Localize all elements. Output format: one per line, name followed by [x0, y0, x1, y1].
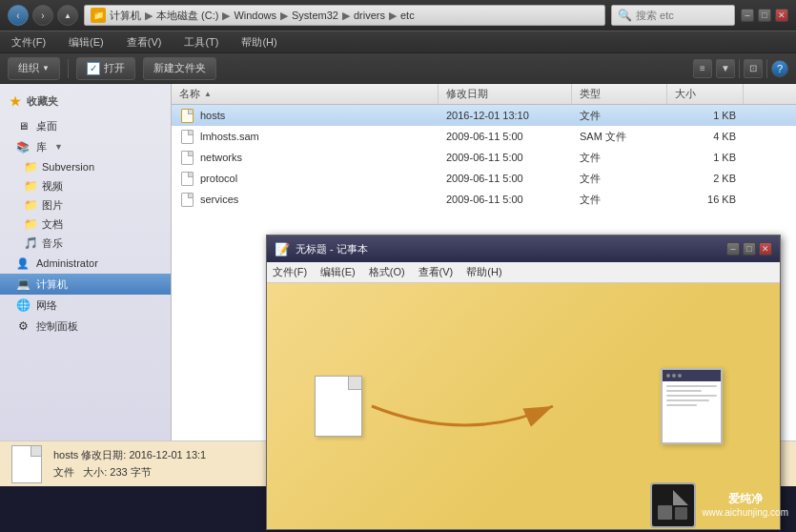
breadcrumb-drive[interactable]: 本地磁盘 (C:)	[156, 9, 218, 23]
sidebar-item-control-panel[interactable]: ⚙ 控制面板	[0, 316, 171, 337]
col-name-label: 名称	[179, 87, 200, 101]
breadcrumb-etc[interactable]: etc	[400, 10, 415, 21]
sidebar-item-administrator[interactable]: 👤 Administrator	[0, 253, 171, 274]
administrator-label: Administrator	[36, 257, 98, 269]
status-filename-line: hosts 修改日期: 2016-12-01 13:1	[53, 447, 206, 464]
col-header-date[interactable]: 修改日期	[439, 84, 572, 104]
user-icon: 👤	[15, 256, 31, 271]
breadcrumb-computer[interactable]: 计算机	[110, 9, 141, 23]
watermark: 爱纯净 www.aichunjing.com	[650, 482, 788, 528]
notepad-minimize-button[interactable]: –	[726, 242, 740, 256]
file-item-protocol[interactable]: protocol 2009-06-11 5:00 文件 2 KB	[172, 168, 796, 189]
breadcrumb[interactable]: 📁 计算机 ▶ 本地磁盘 (C:) ▶ Windows ▶ System32 ▶…	[84, 5, 605, 26]
open-label: 打开	[104, 61, 125, 75]
documents-icon: 📁	[23, 216, 38, 232]
forward-button[interactable]: ›	[32, 5, 53, 26]
search-box[interactable]: 🔍	[611, 5, 735, 26]
notepad-menu-file[interactable]: 文件(F)	[273, 265, 307, 279]
folder-icon: 📁	[91, 8, 106, 23]
breadcrumb-drivers[interactable]: drivers	[354, 10, 385, 21]
drag-arrow	[362, 368, 572, 444]
sidebar-item-pictures[interactable]: 📁 图片	[0, 195, 171, 215]
col-header-name[interactable]: 名称 ▲	[172, 84, 439, 104]
notepad-menu-format[interactable]: 格式(O)	[369, 265, 405, 279]
favorites-header: ★ 收藏夹	[0, 92, 171, 112]
watermark-brand: 爱纯净	[702, 491, 788, 507]
logo-icon	[656, 488, 690, 522]
view-dropdown-button[interactable]: ▼	[716, 59, 735, 78]
new-folder-button[interactable]: 新建文件夹	[143, 57, 216, 80]
sidebar-item-network[interactable]: 🌐 网络	[0, 295, 171, 316]
title-bar: ‹ › ▲ 📁 计算机 ▶ 本地磁盘 (C:) ▶ Windows ▶ Syst…	[0, 0, 796, 31]
search-icon: 🔍	[618, 9, 632, 22]
networks-name: networks	[200, 152, 242, 163]
watermark-text-block: 爱纯净 www.aichunjing.com	[702, 491, 788, 521]
networks-date: 2009-06-11 5:00	[446, 152, 523, 163]
preview-pane-button[interactable]: ⊡	[744, 59, 763, 78]
sidebar-item-computer[interactable]: 💻 计算机	[0, 274, 171, 295]
sidebar-item-desktop[interactable]: 🖥 桌面	[0, 115, 171, 136]
notepad-menu-view[interactable]: 查看(V)	[418, 265, 454, 279]
sidebar: ★ 收藏夹 🖥 桌面 📚 库 ▼ 📁 Subversion	[0, 84, 172, 440]
menu-edit[interactable]: 编辑(E)	[65, 33, 108, 51]
lmhosts-date: 2009-06-11 5:00	[446, 131, 523, 142]
notepad-menu-help[interactable]: 帮助(H)	[466, 265, 501, 279]
menu-view[interactable]: 查看(V)	[123, 33, 166, 51]
organize-label: 组织	[18, 61, 39, 75]
notepad-title-text: 无标题 - 记事本	[296, 242, 368, 256]
video-icon: 📁	[23, 178, 38, 194]
notepad-menu-edit[interactable]: 编辑(E)	[320, 265, 356, 279]
sidebar-item-documents[interactable]: 📁 文档	[0, 215, 171, 234]
breadcrumb-system32[interactable]: System32	[292, 10, 338, 21]
library-expand-icon: ▼	[54, 142, 63, 152]
menu-help[interactable]: 帮助(H)	[237, 33, 280, 51]
col-header-size[interactable]: 大小	[667, 84, 744, 104]
sidebar-item-music[interactable]: 🎵 音乐	[0, 234, 171, 253]
close-button[interactable]: ✕	[775, 9, 788, 22]
desktop-icon: 🖥	[15, 118, 31, 133]
lmhosts-type: SAM 文件	[580, 130, 626, 144]
menu-file[interactable]: 文件(F)	[8, 33, 50, 51]
favorites-label: 收藏夹	[27, 94, 58, 109]
view-list-button[interactable]: ≡	[693, 59, 712, 78]
file-item-hosts[interactable]: hosts 2016-12-01 13:10 文件 1 KB	[172, 105, 796, 126]
sidebar-library-label: 库	[36, 140, 47, 154]
hosts-name: hosts	[200, 110, 225, 121]
help-button[interactable]: ?	[771, 60, 788, 77]
up-button[interactable]: ▲	[57, 5, 78, 26]
file-item-lmhosts[interactable]: lmhosts.sam 2009-06-11 5:00 SAM 文件 4 KB	[172, 126, 796, 147]
protocol-size: 2 KB	[713, 173, 736, 184]
services-file-icon	[179, 192, 194, 207]
documents-label: 文档	[42, 217, 63, 232]
breadcrumb-windows[interactable]: Windows	[234, 10, 276, 21]
subversion-label: Subversion	[42, 161, 94, 173]
sidebar-item-subversion[interactable]: 📁 Subversion	[0, 157, 171, 176]
maximize-button[interactable]: □	[758, 9, 771, 22]
protocol-name: protocol	[200, 173, 237, 184]
menu-tools[interactable]: 工具(T)	[180, 33, 222, 51]
pictures-label: 图片	[42, 198, 63, 213]
nav-buttons: ‹ › ▲	[8, 5, 78, 26]
computer-label: 计算机	[36, 277, 68, 292]
notepad-close-button[interactable]: ✕	[759, 242, 772, 256]
col-header-type[interactable]: 类型	[572, 84, 667, 104]
file-item-services[interactable]: services 2009-06-11 5:00 文件 16 KB	[172, 189, 796, 210]
favorites-section: ★ 收藏夹	[0, 92, 171, 112]
toolbar-separator-3	[766, 59, 767, 78]
file-item-networks[interactable]: networks 2009-06-11 5:00 文件 1 KB	[172, 147, 796, 168]
sidebar-item-video[interactable]: 📁 视频	[0, 176, 171, 195]
sidebar-item-library[interactable]: 📚 库 ▼	[0, 136, 171, 157]
services-size: 16 KB	[707, 194, 736, 205]
sort-arrow-icon: ▲	[204, 90, 212, 98]
status-text: hosts 修改日期: 2016-12-01 13:1 文件 大小: 233 字…	[53, 447, 206, 481]
library-icon: 📚	[15, 139, 31, 154]
notepad-maximize-button[interactable]: □	[743, 242, 756, 256]
music-label: 音乐	[42, 236, 63, 251]
minimize-button[interactable]: –	[741, 9, 754, 22]
organize-button[interactable]: 组织 ▼	[8, 57, 60, 80]
back-button[interactable]: ‹	[8, 5, 29, 26]
open-button[interactable]: ✓ 打开	[76, 57, 135, 80]
lmhosts-size: 4 KB	[713, 131, 736, 142]
toolbar-separator-2	[739, 59, 740, 78]
video-label: 视频	[42, 179, 63, 194]
